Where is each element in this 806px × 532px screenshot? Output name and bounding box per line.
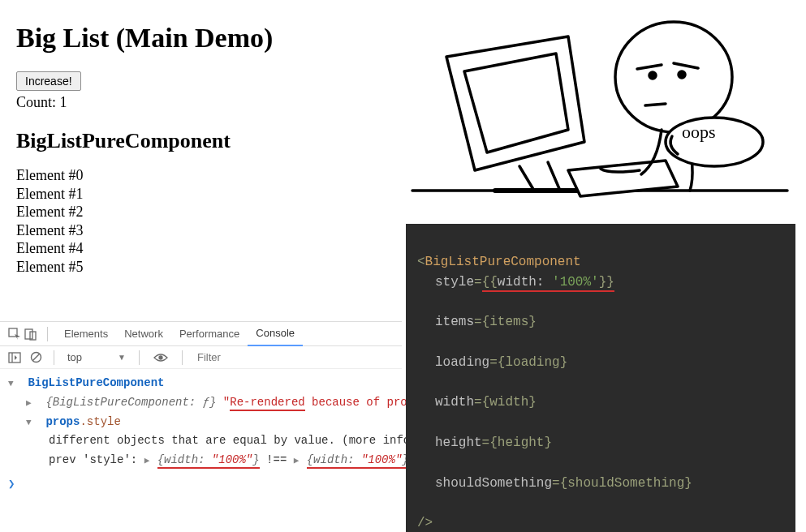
disclosure-triangle-icon[interactable]: ▶ [26, 396, 36, 411]
svg-point-14 [679, 71, 685, 78]
code-snippet: <BigListPureComponent style={{width: '10… [406, 224, 795, 532]
clear-console-icon[interactable] [28, 350, 44, 366]
devtools-panel: Elements Network Performance Console top… [0, 321, 402, 532]
svg-point-13 [649, 72, 656, 79]
chevron-down-icon[interactable]: ▼ [118, 353, 126, 362]
count-value: 1 [60, 94, 67, 110]
tab-performance[interactable]: Performance [171, 322, 248, 346]
device-toggle-icon[interactable] [23, 326, 39, 342]
context-selector[interactable]: top [67, 351, 82, 363]
filter-input[interactable] [196, 350, 293, 364]
tab-elements[interactable]: Elements [56, 322, 116, 346]
svg-point-10 [615, 22, 732, 132]
disclosure-triangle-icon[interactable]: ▼ [8, 376, 18, 392]
disclosure-triangle-icon[interactable]: ▶ [144, 453, 154, 469]
svg-rect-1 [25, 329, 32, 339]
svg-line-6 [32, 354, 39, 361]
svg-point-7 [159, 356, 162, 359]
console-prompt[interactable]: ❯ [0, 474, 402, 508]
increase-button[interactable]: Increase! [16, 71, 81, 91]
disclosure-triangle-icon[interactable]: ▼ [26, 415, 36, 431]
eye-icon[interactable] [153, 350, 169, 366]
inspect-icon[interactable] [6, 326, 23, 342]
devtools-tabbar: Elements Network Performance Console [0, 322, 402, 346]
sidebar-toggle-icon[interactable] [6, 350, 23, 366]
svg-line-15 [645, 104, 666, 105]
tab-network[interactable]: Network [116, 322, 171, 346]
comic-illustration: oops [398, 8, 795, 219]
tab-console[interactable]: Console [248, 322, 303, 346]
prompt-caret-icon: ❯ [8, 477, 15, 490]
speech-bubble-text: oops [682, 122, 716, 143]
console-toolbar: top ▼ [0, 346, 402, 369]
disclosure-triangle-icon[interactable]: ▶ [294, 453, 304, 469]
